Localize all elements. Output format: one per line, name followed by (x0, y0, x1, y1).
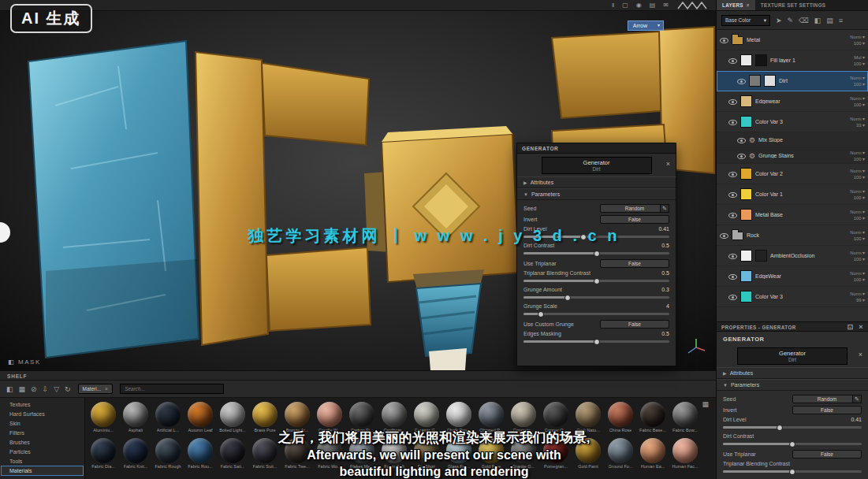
attributes-section[interactable]: ▶Attributes (517, 176, 676, 188)
stack-icon[interactable]: ▤ (826, 16, 833, 25)
material-carbon-fi[interactable]: Carbon Fi... (348, 402, 375, 433)
export-icon[interactable]: ⇩ (43, 384, 49, 394)
blend-opacity-controls[interactable]: Norm ▾33 ▾ (850, 116, 865, 128)
record-icon[interactable]: ◉ (636, 0, 642, 11)
tab-layers[interactable]: LAYERS× (717, 0, 755, 10)
visibility-eye-icon[interactable] (728, 98, 737, 106)
layer-row-ambientocclusion[interactable]: AmbientOcclusion Norm ▾100 ▾ (717, 246, 868, 266)
blend-opacity-controls[interactable]: Norm ▾100 ▾ (850, 34, 865, 46)
param-dirt-level-slider[interactable] (723, 426, 862, 429)
material-cork-natu[interactable]: Cork Natu... (575, 402, 602, 433)
filter-icon[interactable]: ▽ (54, 384, 59, 394)
eraser-icon[interactable]: ⌫ (799, 16, 809, 25)
material-concrete[interactable]: Concrete... (510, 402, 537, 433)
layer-row-color-var-1[interactable]: Color Var 1 Norm ▾100 ▾ (717, 184, 868, 205)
close-icon[interactable]: × (747, 2, 750, 8)
param-invert-button[interactable]: False (600, 215, 669, 224)
grid-columns-icon[interactable]: ▦ (702, 400, 709, 408)
param-dirt-contrast-slider[interactable] (523, 252, 669, 254)
visibility-eye-icon[interactable] (728, 191, 737, 199)
visibility-eye-icon[interactable] (737, 136, 746, 144)
visibility-eye-icon[interactable] (728, 170, 737, 178)
visibility-eye-icon[interactable] (728, 293, 737, 301)
param-seed-button[interactable]: Random✎ (792, 395, 862, 403)
blend-opacity-controls[interactable]: Mul ▾100 ▾ (854, 54, 865, 67)
generator-dialog[interactable]: GENERATOR Generator Dirt × ▶Attributes ▼… (516, 143, 676, 366)
param-grunge-scale-slider[interactable] (523, 313, 669, 315)
param-use-custom-grunge-button[interactable]: False (600, 320, 669, 329)
category-textures[interactable]: Textures (2, 400, 83, 409)
param-seed-button[interactable]: Random✎ (600, 204, 669, 213)
axis-gizmo[interactable] (686, 337, 706, 358)
material-cardboar[interactable]: Cardboar... (381, 402, 408, 433)
visibility-eye-icon[interactable] (720, 36, 728, 44)
layer-row-metal-base[interactable]: Metal Base Norm ▾100 ▾ (717, 205, 868, 225)
filter-chip-materials[interactable]: Materi... × (78, 384, 113, 394)
close-icon[interactable]: × (666, 161, 670, 168)
layer-row-color-var-3[interactable]: Color Var 3 Norm ▾99 ▾ (717, 287, 868, 307)
category-skin[interactable]: Skin (2, 419, 83, 428)
param-edges-masking-slider[interactable] (523, 340, 669, 343)
layer-row-dirt[interactable]: Dirt Norm ▾100 ▾ (717, 71, 868, 91)
search-input[interactable] (120, 384, 224, 394)
edit-icon[interactable]: ✎ (660, 204, 669, 213)
material-china-rose[interactable]: China Rose (607, 402, 634, 433)
blend-opacity-controls[interactable]: Norm ▾100 ▾ (850, 250, 865, 262)
menu-icon[interactable]: ≡ (839, 16, 843, 25)
material-copper-o[interactable]: Copper O... (542, 402, 569, 433)
pause-icon[interactable]: ‖ (612, 0, 614, 11)
param-triplanar-blending-contrast-slider[interactable] (523, 280, 669, 282)
visibility-eye-icon[interactable] (728, 273, 737, 280)
visibility-eye-icon[interactable] (728, 118, 737, 126)
material-candle-w[interactable]: Candle W... (316, 402, 343, 433)
generator-slot[interactable]: Generator Dirt (542, 157, 652, 174)
dock-icon[interactable]: ⊡ (847, 322, 853, 331)
material-fabric-base[interactable]: Fabric Base... (639, 402, 666, 433)
gizmo-mode-dropdown[interactable]: Arrow (628, 20, 664, 31)
channel-select[interactable]: Base Color ▾ (721, 15, 770, 26)
brush-icon[interactable]: ✎ (788, 16, 794, 25)
folder-icon[interactable]: ◧ (6, 384, 13, 394)
material-bolted-light[interactable]: Bolted Light... (219, 402, 246, 433)
material-autumn-leaf[interactable]: Autumn Leaf (187, 402, 214, 433)
visibility-eye-icon[interactable] (728, 57, 737, 65)
close-icon[interactable]: × (105, 384, 108, 393)
dialog-title[interactable]: GENERATOR (517, 143, 676, 154)
category-hard-surfaces[interactable]: Hard Surfaces (2, 410, 83, 418)
layer-row-mix-slope[interactable]: ⚙ Mix Slope (717, 132, 868, 148)
param-invert-button[interactable]: False (792, 406, 862, 414)
parameters-section[interactable]: ▼Parameters (517, 188, 676, 200)
select-icon[interactable]: ➤ (776, 16, 782, 25)
material-chalk-rou[interactable]: Chalk Rou... (445, 402, 472, 433)
shelf-header[interactable]: SHELF (0, 370, 716, 381)
blend-opacity-controls[interactable]: Norm ▾100 ▾ (850, 270, 865, 283)
frame-icon[interactable]: ▢ (622, 0, 628, 11)
param-grunge-amount-slider[interactable] (523, 296, 669, 299)
layer-row-edgewear[interactable]: EdgeWear Norm ▾100 ▾ (717, 266, 868, 287)
layer-row-metal[interactable]: Metal Norm ▾100 ▾ (717, 30, 868, 50)
panels-icon[interactable]: ▤ (650, 0, 656, 11)
blend-opacity-controls[interactable]: Norm ▾100 ▾ (850, 95, 865, 108)
link-disabled-icon[interactable]: ⊘ (31, 384, 37, 394)
blend-opacity-controls[interactable]: Norm ▾99 ▾ (850, 291, 865, 303)
visibility-eye-icon[interactable] (728, 252, 737, 260)
parameters-section[interactable]: ▼Parameters (717, 379, 868, 391)
properties-header[interactable]: PROPERTIES - GENERATOR ⊡× (717, 321, 868, 332)
material-artificial-l[interactable]: Artificial L... (155, 402, 181, 433)
material-ceramic-g[interactable]: Ceramic G... (413, 402, 440, 433)
visibility-eye-icon[interactable] (737, 77, 746, 85)
material-asphalt[interactable]: Asphalt (122, 402, 149, 433)
refresh-icon[interactable]: ↻ (65, 384, 71, 394)
material-bronze-ar[interactable]: Bronze Ar... (284, 402, 311, 433)
tab-texture-set-settings[interactable]: TEXTURE SET SETTINGS (755, 0, 832, 10)
blend-opacity-controls[interactable]: Norm ▾100 ▾ (850, 188, 865, 201)
attributes-section[interactable]: ▶Attributes (717, 367, 868, 379)
generator-slot[interactable]: Generator Dirt (737, 347, 848, 365)
material-brass-pure[interactable]: Brass Pure (251, 402, 278, 433)
fill-icon[interactable]: ◧ (814, 16, 821, 25)
close-icon[interactable]: × (859, 351, 862, 358)
layer-row-color-var-3[interactable]: Color Var 3 Norm ▾33 ▾ (717, 112, 868, 132)
material-aluminiu[interactable]: Aluminiu... (90, 402, 117, 433)
blend-opacity-controls[interactable]: Norm ▾100 ▾ (850, 75, 865, 87)
layer-row-fill-layer-1[interactable]: Fill layer 1 Mul ▾100 ▾ (717, 50, 868, 71)
